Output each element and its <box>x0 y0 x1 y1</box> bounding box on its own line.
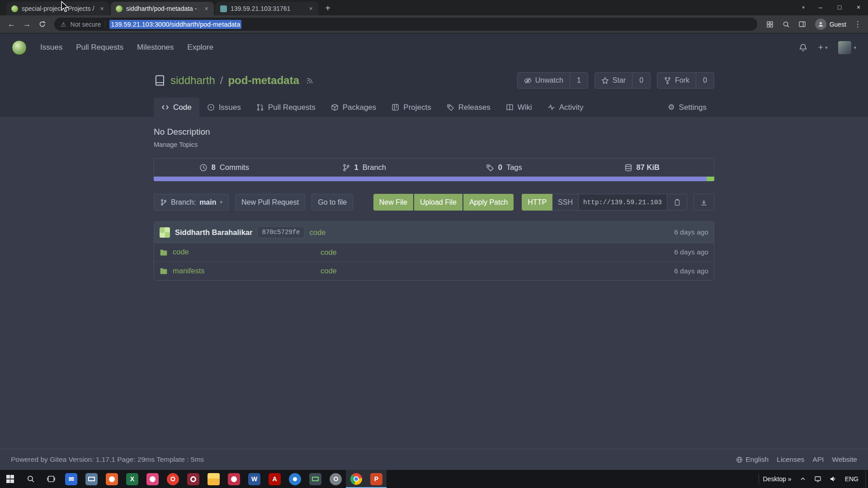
mail-icon[interactable]: ✉ <box>61 470 81 488</box>
side-panel-icon[interactable] <box>795 18 810 31</box>
start-button[interactable] <box>0 470 20 488</box>
acrobat-icon[interactable]: A <box>264 470 285 488</box>
repo-owner-link[interactable]: siddharth <box>170 74 215 87</box>
back-icon[interactable]: ← <box>5 18 18 31</box>
tab-pull-requests[interactable]: Pull Requests <box>249 98 323 117</box>
taskbar-search-icon[interactable] <box>20 470 41 488</box>
browser-tab-2-active[interactable]: siddharth/pod-metadata - pod- × <box>111 2 214 15</box>
tab-close-icon[interactable]: × <box>98 5 106 13</box>
screen-share-icon[interactable] <box>305 470 326 488</box>
tags-stat[interactable]: 0 Tags <box>434 159 574 176</box>
app-icon-orange[interactable] <box>102 470 122 488</box>
search-tabs-icon[interactable] <box>779 18 793 31</box>
app-icon-pink[interactable] <box>142 470 163 488</box>
file-explorer-icon[interactable] <box>203 470 224 488</box>
new-file-button[interactable]: New File <box>373 194 413 211</box>
forward-icon[interactable]: → <box>20 18 33 31</box>
window-close-button[interactable]: × <box>849 0 868 14</box>
notifications-bell-icon[interactable] <box>799 43 807 52</box>
hidden-icons-chevron[interactable] <box>796 470 810 488</box>
download-archive-button[interactable] <box>693 194 714 211</box>
reload-icon[interactable] <box>35 18 49 31</box>
chrome-icon[interactable] <box>346 470 366 488</box>
licenses-link[interactable]: Licenses <box>777 455 804 464</box>
tab-settings[interactable]: ⚙ Settings <box>660 98 714 117</box>
excel-icon[interactable]: X <box>122 470 142 488</box>
steam-icon[interactable] <box>326 470 346 488</box>
committer-avatar[interactable] <box>160 227 170 238</box>
tab-close-icon[interactable]: × <box>203 5 210 13</box>
file-commit-message-link[interactable]: code <box>321 267 337 275</box>
website-link[interactable]: Website <box>832 455 857 464</box>
new-tab-button[interactable]: + <box>321 2 334 14</box>
upload-file-button[interactable]: Upload File <box>414 194 462 211</box>
powerpoint-icon[interactable]: P <box>366 470 387 488</box>
apply-patch-button[interactable]: Apply Patch <box>463 194 514 211</box>
extensions-grid-icon[interactable] <box>763 18 777 31</box>
go-to-file-button[interactable]: Go to file <box>311 194 353 211</box>
commit-author[interactable]: Siddharth Barahalikar <box>175 228 252 237</box>
ssh-clone-toggle[interactable]: SSH <box>552 194 579 211</box>
user-menu-button[interactable]: ▾ <box>838 41 856 54</box>
security-label[interactable]: Not secure <box>71 21 101 28</box>
app-icon-blue-circle[interactable] <box>285 470 305 488</box>
fork-count[interactable]: 0 <box>696 73 714 88</box>
api-link[interactable]: API <box>812 455 824 464</box>
watch-count[interactable]: 1 <box>570 73 588 88</box>
volume-icon[interactable] <box>826 470 841 488</box>
show-desktop-button[interactable] <box>865 470 868 488</box>
star-count[interactable]: 0 <box>632 73 650 88</box>
tab-issues[interactable]: Issues <box>199 98 249 117</box>
tab-packages[interactable]: Packages <box>323 98 384 117</box>
navbar-link-milestones[interactable]: Milestones <box>137 43 174 52</box>
tab-activity[interactable]: Activity <box>540 98 591 117</box>
app-icon-monitor[interactable] <box>81 470 102 488</box>
desktops-toolbar[interactable]: Desktop » <box>759 470 796 488</box>
language-select[interactable]: English <box>736 455 769 464</box>
commit-message-link[interactable]: code <box>310 228 326 237</box>
clone-url-input[interactable] <box>579 194 667 211</box>
window-minimize-button[interactable]: – <box>811 0 830 14</box>
manage-topics-link[interactable]: Manage Topics <box>154 141 714 148</box>
commits-stat[interactable]: 8 Commits <box>154 159 294 176</box>
tab-releases[interactable]: Releases <box>439 98 498 117</box>
rss-icon[interactable] <box>306 76 313 84</box>
tab-close-icon[interactable]: × <box>307 5 315 13</box>
network-icon[interactable] <box>810 470 826 488</box>
branch-selector-button[interactable]: Branch: main ▾ <box>154 194 229 211</box>
copy-url-button[interactable] <box>667 194 687 211</box>
window-maximize-button[interactable]: □ <box>830 0 849 14</box>
fork-button[interactable]: Fork <box>657 73 696 88</box>
new-pull-request-button[interactable]: New Pull Request <box>235 194 305 211</box>
file-name-link[interactable]: manifests <box>173 267 205 275</box>
tab-wiki[interactable]: Wiki <box>498 98 540 117</box>
app-icon-maroon[interactable] <box>183 470 203 488</box>
navbar-link-issues[interactable]: Issues <box>40 43 62 52</box>
language-indicator[interactable]: ENG <box>841 470 863 488</box>
url-text-selected[interactable]: 139.59.21.103:3000/siddharth/pod-metadat… <box>109 20 241 29</box>
star-button[interactable]: Star <box>595 73 632 88</box>
http-clone-toggle[interactable]: HTTP <box>522 194 552 211</box>
navbar-link-explore[interactable]: Explore <box>187 43 213 52</box>
navbar-link-pull-requests[interactable]: Pull Requests <box>76 43 123 52</box>
window-menu-caret-icon[interactable]: ▾ <box>796 0 811 14</box>
browser-menu-icon[interactable]: ⋮ <box>852 18 863 31</box>
app-icon-red[interactable] <box>224 470 244 488</box>
create-new-button[interactable]: + ▾ <box>818 42 828 52</box>
file-name-link[interactable]: code <box>173 248 189 256</box>
unwatch-button[interactable]: Unwatch <box>518 73 570 88</box>
word-icon[interactable]: W <box>244 470 264 488</box>
task-view-icon[interactable] <box>41 470 61 488</box>
file-commit-message-link[interactable]: code <box>321 248 337 256</box>
tab-projects[interactable]: Projects <box>384 98 439 117</box>
browser-profile-button[interactable]: Guest <box>811 18 850 31</box>
tab-code[interactable]: Code <box>154 98 199 117</box>
browser-tab-1[interactable]: special-project / Projects / Settin × <box>6 2 109 15</box>
address-bar[interactable]: ⚠ Not secure 139.59.21.103:3000/siddhart… <box>54 18 757 31</box>
branches-stat[interactable]: 1 Branch <box>294 159 434 176</box>
opera-icon[interactable]: O <box>163 470 183 488</box>
commit-sha-link[interactable]: 870c5729fe <box>257 226 304 238</box>
browser-tab-3[interactable]: 139.59.21.103:31761 × <box>215 2 318 15</box>
gitea-logo-icon[interactable] <box>12 40 27 55</box>
repo-name-link[interactable]: pod-metadata <box>228 74 299 87</box>
